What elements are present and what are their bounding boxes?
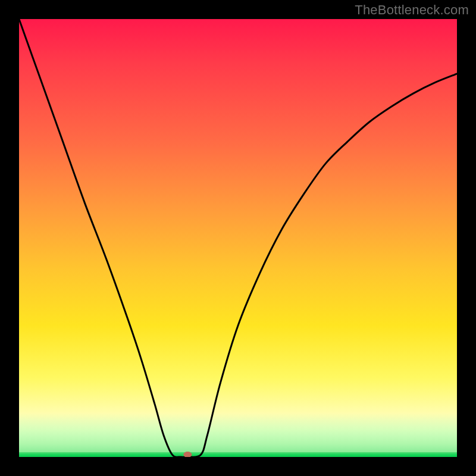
minimum-marker — [183, 452, 192, 457]
chart-frame: TheBottleneck.com — [0, 0, 476, 476]
bottleneck-curve — [19, 19, 457, 457]
plot-area — [19, 19, 457, 457]
bottleneck-curve-path — [19, 19, 457, 457]
watermark-text: TheBottleneck.com — [355, 2, 469, 18]
